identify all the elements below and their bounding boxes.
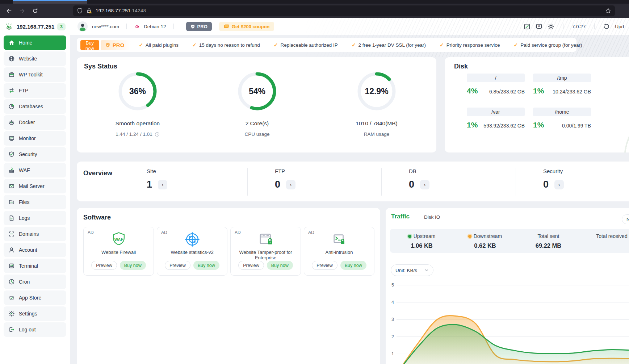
feature-label: All paid plugins [146, 42, 179, 48]
ram-usage-label: RAM usage [364, 131, 390, 137]
pro-badge[interactable]: PRO [186, 22, 212, 31]
sidebar-item-label: App Store [19, 295, 41, 301]
sidebar-item-domains[interactable]: Domains [4, 227, 66, 241]
unit-selector[interactable]: Unit: KB/s [391, 264, 433, 276]
notification-badge[interactable]: 3 [57, 23, 66, 30]
gear-icon [8, 310, 15, 317]
sidebar-item-files[interactable]: Files [4, 195, 66, 209]
sidebar: 192.168.77.251 3 Home Website WP Toolkit… [0, 18, 70, 364]
sidebar-item-ftp[interactable]: FTP [4, 83, 66, 98]
account-name[interactable]: new****.com [92, 24, 119, 29]
buy-now-button[interactable]: Buy now [193, 261, 219, 270]
cpu-gauge[interactable]: 54% 2 Core(s) CPU usage [214, 70, 301, 137]
overview-security: Security 0› [516, 168, 629, 196]
feature-label: Replaceable authorized IP [281, 42, 338, 48]
mount-usage: 593.92/233.62 GB [483, 123, 525, 129]
reload-button[interactable] [30, 6, 41, 16]
coupon-button[interactable]: Get $200 coupon [219, 22, 274, 31]
tab-traffic[interactable]: Traffic [391, 213, 410, 220]
sidebar-item-account[interactable]: Account [4, 243, 66, 257]
ram-gauge[interactable]: 12.9% 1010 / 7840(MB) RAM usage [333, 70, 420, 137]
promo-feature: ✓Replaceable authorized IP [274, 42, 338, 48]
svg-text:4: 4 [391, 300, 394, 305]
buy-now-button[interactable]: Buy now [340, 261, 366, 270]
language-button[interactable]: A [536, 23, 542, 30]
stat-value: 1.06 KB [390, 242, 453, 249]
network-selector-button[interactable]: N [622, 214, 629, 224]
preview-button[interactable]: Preview [312, 261, 337, 270]
sidebar-item-wp-toolkit[interactable]: WP Toolkit [4, 67, 66, 82]
disk-mount-var[interactable]: /var 1%593.92/233.62 GB [467, 108, 525, 129]
sidebar-item-log-out[interactable]: Log out [4, 322, 66, 337]
buy-now-button[interactable]: Buy now [120, 261, 146, 270]
disk-mount-root[interactable]: / 4%6.85/233.62 GB [467, 74, 525, 95]
sidebar-item-security[interactable]: Security [4, 147, 66, 162]
cpu-percent: 54% [249, 87, 265, 96]
theme-toggle-button[interactable] [548, 23, 554, 30]
preview-button[interactable]: Preview [165, 261, 190, 270]
help-icon[interactable]: ? [155, 132, 160, 137]
ad-card-anti-intrusion[interactable]: AD Anti-intrusion Preview Buy now [304, 227, 374, 276]
stat-value: 0.62 KB [453, 242, 517, 249]
url-bar[interactable]: 192.168.77.251:14248 [73, 5, 615, 16]
feature-label: Paid service group (for year) [520, 42, 582, 48]
security-go-button[interactable]: › [554, 180, 564, 189]
sidebar-item-logs[interactable]: Logs [4, 211, 66, 225]
load-gauge[interactable]: 36% Smooth operation 1.44 / 1.24 / 1.01 … [94, 70, 181, 137]
back-button[interactable] [4, 6, 14, 16]
disk-mount-home[interactable]: /home 1%0.00/1.99 TB [533, 108, 591, 129]
sidebar-item-cron[interactable]: Cron [4, 275, 66, 289]
top-header: new****.com Debian 12 PRO Get $200 coupo… [70, 18, 629, 35]
db-go-button[interactable]: › [420, 180, 429, 189]
ad-card-website-statistics[interactable]: AD Website statistics-v2 Preview Buy now [157, 227, 227, 276]
panel-version: 7.0.27 [572, 24, 586, 29]
ftp-go-button[interactable]: › [286, 180, 295, 189]
stat-total-sent: Total sent 69.22 MB [517, 229, 580, 253]
browser-tab-strip[interactable] [0, 0, 629, 4]
sidebar-item-home[interactable]: Home [4, 35, 66, 50]
coupon-label: Get $200 coupon [232, 24, 270, 29]
back-arrow-icon [6, 8, 12, 14]
sidebar-item-website[interactable]: Website [4, 51, 66, 66]
avatar[interactable] [77, 21, 88, 32]
traffic-chart[interactable]: 54321 [387, 279, 629, 364]
buy-now-button[interactable]: Buy now [80, 40, 99, 50]
preview-button[interactable]: Preview [91, 261, 117, 270]
stat-value: 0 [543, 179, 549, 190]
bookmark-star-icon[interactable] [605, 8, 611, 14]
forward-button[interactable] [17, 6, 28, 16]
sidebar-item-waf[interactable]: WAF [4, 163, 66, 177]
disk-mount-tmp[interactable]: /tmp 1%10.24/233.62 GB [533, 74, 591, 95]
notes-button[interactable] [524, 23, 531, 30]
mount-name: / [467, 74, 525, 82]
ad-card-tamper-proof[interactable]: AD Website Tamper-proof for Enterpris [230, 227, 301, 276]
svg-text:?: ? [156, 133, 158, 136]
lock-warning-icon[interactable] [86, 8, 92, 14]
stat-label: Total received [596, 233, 627, 239]
ad-card-website-firewall[interactable]: AD WAF Website Firewall Preview Buy now [83, 227, 154, 276]
promo-feature: ✓All paid plugins [139, 42, 179, 48]
buy-now-button[interactable]: Buy now [267, 261, 293, 270]
load-percent: 36% [129, 87, 146, 96]
sidebar-item-settings[interactable]: Settings [4, 306, 66, 321]
update-label[interactable]: Upd [615, 24, 624, 29]
sidebar-item-terminal[interactable]: Terminal [4, 259, 66, 273]
tracking-shield-icon[interactable] [77, 8, 83, 14]
mount-usage: 0.00/1.99 TB [562, 123, 591, 129]
briefcase-icon [8, 71, 15, 78]
update-button[interactable] [603, 23, 610, 30]
site-go-button[interactable]: › [158, 180, 167, 189]
sidebar-item-app-store[interactable]: App Store [4, 290, 66, 305]
preview-button[interactable]: Preview [238, 261, 264, 270]
divider [563, 24, 563, 29]
sidebar-item-monitor[interactable]: Monitor [4, 131, 66, 146]
reload-icon [32, 8, 38, 14]
tab-divider [43, 0, 43, 4]
sidebar-item-databases[interactable]: Databases [4, 99, 66, 114]
sidebar-item-label: Terminal [19, 263, 38, 269]
sidebar-item-mail-server[interactable]: Mail Server [4, 179, 66, 193]
sidebar-item-docker[interactable]: Docker [4, 115, 66, 130]
mount-name: /var [467, 108, 525, 116]
active-tab[interactable] [13, 0, 87, 4]
tab-disk-io[interactable]: Disk IO [424, 214, 440, 220]
